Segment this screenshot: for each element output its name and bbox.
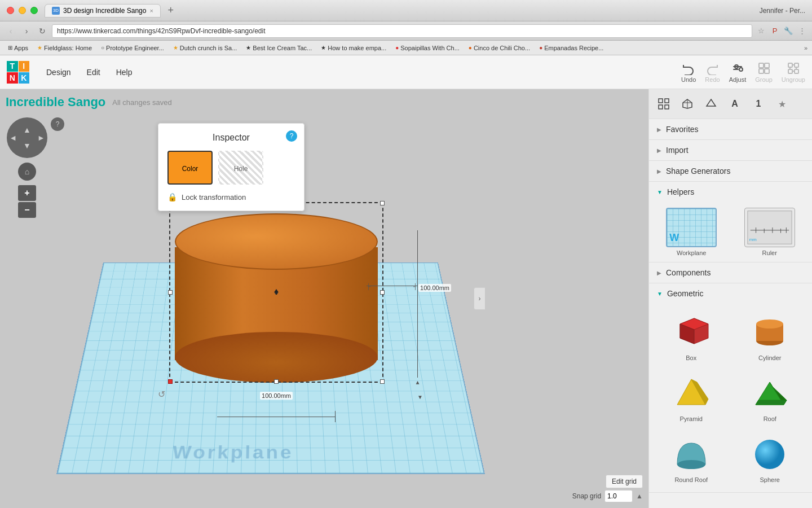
forward-button[interactable]: › bbox=[20, 25, 33, 37]
active-tab[interactable]: 3D 3D design Incredible Sango × bbox=[45, 4, 161, 17]
undo-button[interactable]: Undo bbox=[681, 62, 696, 83]
adjust-icon bbox=[731, 62, 744, 75]
shape-box[interactable]: Box bbox=[655, 309, 728, 365]
right-sidebar: A 1 ★ ▶ Favorites ▶ Import bbox=[648, 89, 812, 508]
sidebar-icon-3d-view[interactable] bbox=[677, 94, 698, 114]
shape-roof[interactable]: Roof bbox=[734, 370, 807, 426]
canvas-area[interactable]: Incredible Sango All changes saved ? ▲ ◄… bbox=[0, 89, 648, 508]
nav-circle[interactable]: ▲ ◄ ► ▼ bbox=[7, 117, 47, 158]
sidebar-icon-grid[interactable] bbox=[654, 94, 674, 114]
help-button[interactable]: ? bbox=[51, 117, 64, 131]
shape-pyramid[interactable]: Pyramid bbox=[655, 370, 728, 426]
menu-edit[interactable]: Edit bbox=[79, 63, 108, 81]
bookmark-cinco-label: Cinco de Chili Cho... bbox=[474, 45, 530, 51]
sidebar-top-icons: A 1 ★ bbox=[649, 89, 812, 119]
bookmark-icecream[interactable]: ★ Best Ice Cream Tac... bbox=[242, 43, 315, 52]
import-header[interactable]: ▶ Import bbox=[649, 140, 812, 160]
svg-point-37 bbox=[756, 319, 783, 329]
close-window-button[interactable] bbox=[7, 7, 14, 14]
svg-rect-5 bbox=[765, 63, 769, 68]
nav-right-button[interactable]: ► bbox=[37, 134, 45, 142]
helper-ruler[interactable]: mm Ruler bbox=[733, 208, 807, 256]
bookmark-dutch[interactable]: ★ Dutch crunch is Sa... bbox=[170, 43, 241, 52]
bookmarks-more-button[interactable]: » bbox=[804, 45, 807, 51]
lock-icon: 🔒 bbox=[167, 192, 177, 202]
bookmark-fieldglass[interactable]: ★ Fieldglass: Home bbox=[34, 43, 95, 52]
bookmark-sopaipillas-label: Sopaipillas With Ch... bbox=[400, 45, 460, 51]
workplane-label: Workplane bbox=[171, 443, 294, 463]
helpers-header[interactable]: ▼ Helpers bbox=[649, 182, 812, 202]
redo-button[interactable]: Redo bbox=[705, 62, 720, 83]
snap-up-arrow[interactable]: ▲ bbox=[636, 492, 643, 500]
components-header[interactable]: ▶ Components bbox=[649, 262, 812, 283]
roof-label: Roof bbox=[764, 415, 776, 422]
workplane-helper-image: W bbox=[666, 208, 717, 247]
bookmark-sopaipillas[interactable]: ● Sopaipillas With Ch... bbox=[392, 43, 463, 52]
sidebar-icon-favorite[interactable]: ★ bbox=[772, 94, 792, 114]
cylinder-shape[interactable]: ↺ ↺ bbox=[175, 191, 378, 383]
zoom-out-button[interactable]: − bbox=[18, 202, 36, 218]
handle-mid-right[interactable] bbox=[380, 290, 385, 295]
sidebar-icon-text[interactable]: A bbox=[725, 94, 745, 114]
snap-grid-label: Snap grid bbox=[572, 492, 601, 500]
tinkercad-logo[interactable]: T I N K bbox=[7, 61, 29, 84]
handle-mid-left[interactable] bbox=[168, 290, 173, 295]
refresh-button[interactable]: ↻ bbox=[36, 25, 48, 37]
traffic-lights bbox=[7, 7, 38, 14]
nav-left-button[interactable]: ◄ bbox=[9, 134, 17, 142]
shape-generators-header[interactable]: ▶ Shape Generators bbox=[649, 161, 812, 181]
handle-bottom-left[interactable] bbox=[168, 379, 173, 384]
lock-transformation-row[interactable]: 🔒 Lock transformation bbox=[167, 192, 295, 202]
inspector-help-button[interactable]: ? bbox=[286, 130, 297, 142]
sidebar-section-geometric: ▼ Geometric bbox=[649, 283, 812, 493]
handle-bottom-right[interactable] bbox=[380, 379, 385, 384]
menu-design[interactable]: Design bbox=[38, 63, 79, 81]
svg-rect-7 bbox=[765, 69, 769, 73]
shape-cylinder[interactable]: Cylinder bbox=[734, 309, 807, 365]
shape-round-roof[interactable]: Round Roof bbox=[655, 431, 728, 487]
nav-down-button[interactable]: ▼ bbox=[23, 142, 31, 150]
workplane-helper-label: Workplane bbox=[677, 249, 706, 256]
sidebar-collapse-toggle[interactable]: › bbox=[474, 287, 485, 310]
bookmark-empanadas[interactable]: ★ How to make empa... bbox=[317, 43, 390, 52]
bookmark-cinco[interactable]: ● Cinco de Chili Cho... bbox=[465, 43, 533, 52]
menu-icon[interactable]: ⋮ bbox=[796, 25, 807, 37]
cylinder-label: Cylinder bbox=[758, 354, 781, 361]
edit-grid-button[interactable]: Edit grid bbox=[606, 475, 643, 488]
helper-workplane[interactable]: W Workplane bbox=[655, 208, 729, 256]
maximize-window-button[interactable] bbox=[30, 7, 38, 14]
handle-top-right[interactable] bbox=[380, 201, 385, 205]
minimize-window-button[interactable] bbox=[19, 7, 26, 14]
sidebar-section-favorites: ▶ Favorites bbox=[649, 119, 812, 140]
bookmark-prototype[interactable]: ○ Prototype Engineer... bbox=[98, 43, 167, 52]
rotate-handle-bottom[interactable]: ↺ bbox=[158, 389, 165, 400]
new-tab-button[interactable]: + bbox=[163, 3, 179, 19]
tab-close-button[interactable]: × bbox=[149, 7, 153, 14]
snap-value-input[interactable] bbox=[604, 490, 633, 502]
profile-label: Jennifer - Per... bbox=[760, 7, 805, 15]
favorites-header[interactable]: ▶ Favorites bbox=[649, 119, 812, 139]
home-view-button[interactable]: ⌂ bbox=[18, 163, 36, 181]
color-swatch-hole[interactable]: Hole bbox=[218, 151, 263, 185]
menu-help[interactable]: Help bbox=[108, 63, 140, 81]
bookmark-empanadas2[interactable]: ● Empanadas Recipe... bbox=[536, 43, 607, 52]
pinterest-icon[interactable]: P bbox=[769, 25, 780, 37]
sidebar-icon-perspective[interactable] bbox=[701, 94, 721, 114]
sidebar-icon-number[interactable]: 1 bbox=[748, 94, 769, 114]
geometric-header[interactable]: ▼ Geometric bbox=[649, 283, 812, 304]
ungroup-button[interactable]: Ungroup bbox=[782, 62, 805, 83]
adjust-button[interactable]: Adjust bbox=[729, 62, 747, 83]
bookmark-star-icon[interactable]: ☆ bbox=[756, 25, 767, 37]
ruler-helper-image: mm bbox=[744, 208, 795, 247]
bookmark-apps[interactable]: ⊞ Apps bbox=[5, 43, 32, 52]
group-button[interactable]: Group bbox=[755, 62, 773, 83]
shape-container[interactable]: ↺ ↺ 100.00mm 100.00mm ├ ┤ bbox=[158, 191, 395, 405]
color-swatch-color[interactable]: Color bbox=[167, 151, 213, 185]
shape-sphere[interactable]: Sphere bbox=[734, 431, 807, 487]
zoom-in-button[interactable]: + bbox=[18, 185, 36, 201]
address-input[interactable] bbox=[52, 24, 752, 38]
nav-up-button[interactable]: ▲ bbox=[23, 126, 31, 134]
back-button[interactable]: ‹ bbox=[5, 25, 17, 37]
save-status: All changes saved bbox=[112, 98, 172, 107]
extension-icon[interactable]: 🔧 bbox=[783, 25, 794, 37]
